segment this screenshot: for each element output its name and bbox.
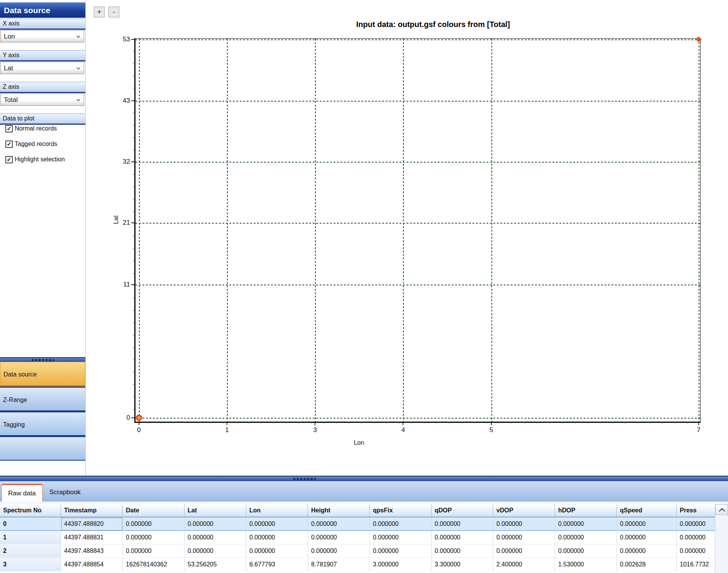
table-cell[interactable]: 0.000000	[246, 544, 308, 558]
table-cell[interactable]: 6.677793	[246, 558, 308, 571]
table-cell[interactable]: 0.000000	[555, 544, 617, 558]
column-header[interactable]: Lat	[185, 504, 246, 517]
horizontal-splitter[interactable]	[0, 476, 728, 481]
table-cell[interactable]: 44397.488820	[61, 517, 123, 531]
column-header[interactable]: qpsFix	[370, 504, 432, 517]
x-minor-tick	[687, 422, 688, 424]
y-minor-tick	[133, 199, 135, 200]
x-minor-tick	[662, 422, 663, 424]
table-cell[interactable]: 8.781907	[308, 558, 370, 571]
table-cell[interactable]: 0.000000	[493, 517, 555, 531]
zoom-out-button[interactable]: -	[108, 7, 119, 17]
x-minor-tick	[675, 422, 675, 424]
table-cell[interactable]: 0.000000	[185, 544, 246, 558]
column-header[interactable]: qDOP	[432, 504, 493, 517]
table-cell[interactable]: 0.000000	[308, 544, 370, 558]
x-minor-tick	[349, 422, 349, 424]
accordion-item-data-source[interactable]: Data source	[0, 362, 85, 387]
table-cell[interactable]: 0.000000	[246, 517, 308, 531]
table-cell[interactable]: 0	[0, 517, 61, 531]
column-header[interactable]: Height	[308, 504, 370, 517]
data-point[interactable]	[136, 415, 142, 421]
column-header[interactable]: qSpeed	[617, 504, 677, 517]
data-point[interactable]	[696, 36, 702, 42]
vertical-scrollbar[interactable]	[715, 504, 728, 573]
table-cell[interactable]: 44397.488854	[61, 558, 123, 571]
zoom-in-button[interactable]: +	[94, 7, 105, 17]
table-cell[interactable]: 0.000000	[555, 517, 617, 531]
checkbox[interactable]: ✓	[5, 156, 13, 163]
table-cell[interactable]: 2.400000	[493, 558, 555, 571]
table-cell[interactable]: 0.000000	[308, 531, 370, 544]
table-cell[interactable]: 44397.488843	[61, 544, 123, 558]
plot-area[interactable]: 01345753433221110	[134, 38, 701, 423]
dropdown-value: Total	[4, 96, 18, 103]
axis-dropdown[interactable]: Lon	[0, 30, 84, 42]
column-header[interactable]: hDOP	[555, 504, 617, 517]
table-cell[interactable]: 3.300000	[432, 558, 493, 571]
accordion-item-tagging[interactable]: Tagging	[0, 411, 85, 436]
y-tick-label: 53	[123, 36, 130, 43]
table-cell[interactable]: 0.000000	[123, 544, 185, 558]
table-cell[interactable]: 3.000000	[370, 558, 432, 571]
tab-raw-data[interactable]: Raw data	[1, 484, 43, 502]
tab-scrapbook[interactable]: Scrapbook	[43, 484, 87, 502]
sidebar-title: Data source	[0, 2, 85, 18]
checkbox[interactable]: ✓	[5, 125, 13, 132]
table-cell[interactable]: 2	[0, 544, 61, 558]
table-cell[interactable]: 0.000000	[185, 517, 246, 531]
table-cell[interactable]: 0.000000	[493, 544, 555, 558]
table-cell[interactable]: 0.000000	[617, 517, 677, 531]
axis-dropdown[interactable]: Total	[0, 93, 84, 106]
table-cell[interactable]: 0.000000	[432, 544, 493, 558]
x-minor-tick	[449, 422, 449, 424]
table-cell[interactable]: 0.000000	[617, 531, 677, 544]
table-cell[interactable]: 1	[0, 531, 61, 544]
column-header[interactable]: Date	[123, 504, 185, 517]
axis-dropdown[interactable]: Lat	[0, 62, 84, 74]
y-minor-tick	[133, 137, 135, 138]
checkbox-row[interactable]: ✓Tagged records	[5, 140, 85, 148]
table-row[interactable]: 344397.48885416267814036253.2562056.6777…	[0, 558, 728, 571]
table-cell[interactable]: 0.000000	[432, 531, 493, 544]
x-minor-tick	[424, 422, 424, 424]
x-minor-tick	[198, 422, 198, 424]
column-header[interactable]: Lon	[246, 504, 308, 517]
table-row[interactable]: 044397.4888200.0000000.0000000.0000000.0…	[0, 517, 728, 531]
table-cell[interactable]: 0.000000	[370, 544, 432, 558]
table-cell[interactable]: 44397.488831	[61, 531, 123, 544]
column-header[interactable]: Spectrum No	[0, 504, 61, 517]
table-cell[interactable]: 0.000000	[555, 531, 617, 544]
table-cell[interactable]: 0.000000	[123, 517, 185, 531]
checkbox-row[interactable]: ✓Highlight selection	[5, 155, 85, 164]
sidebar-splitter[interactable]	[0, 357, 85, 362]
table-cell[interactable]: 0.000000	[370, 531, 432, 544]
table-cell[interactable]: 0.000000	[123, 531, 185, 544]
accordion-item-z-range[interactable]: Z-Range	[0, 387, 85, 411]
table-cell[interactable]: 53.256205	[185, 558, 246, 571]
table-row[interactable]: 144397.4888310.0000000.0000000.0000000.0…	[0, 531, 728, 544]
column-header[interactable]: vDOP	[493, 504, 555, 517]
scroll-up-button[interactable]	[715, 504, 728, 515]
table-cell[interactable]: 0.000000	[308, 517, 370, 531]
x-minor-tick	[323, 422, 324, 424]
table-cell[interactable]: 0.000000	[493, 531, 555, 544]
checkbox-row[interactable]: ✓Normal records	[5, 124, 85, 133]
table-cell[interactable]: 0.000000	[617, 544, 677, 558]
y-minor-tick	[133, 100, 135, 101]
table-cell[interactable]: 1.530000	[555, 558, 617, 571]
column-header[interactable]: Timestamp	[61, 504, 123, 517]
x-major-tick	[403, 422, 403, 425]
table-cell[interactable]: 0.000000	[370, 517, 432, 531]
table-row[interactable]: 244397.4888430.0000000.0000000.0000000.0…	[0, 544, 728, 558]
checkbox[interactable]: ✓	[5, 141, 13, 148]
dropdown-value: Lat	[4, 64, 13, 72]
gridline-horizontal	[135, 39, 700, 40]
table-cell[interactable]: 0.000000	[185, 531, 246, 544]
table-cell[interactable]: 0.000000	[246, 531, 308, 544]
table-cell[interactable]: 0.002628	[617, 558, 677, 571]
table-cell[interactable]: 0.000000	[432, 517, 493, 531]
y-minor-tick	[133, 175, 135, 175]
table-cell[interactable]: 3	[0, 558, 61, 571]
table-cell[interactable]: 162678140362	[123, 558, 185, 571]
